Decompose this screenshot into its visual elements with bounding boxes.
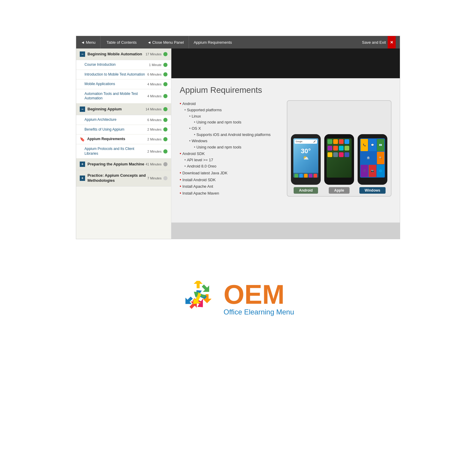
- main-container: ◄ Menu Table of Contents ◄ Close Menu Pa…: [76, 36, 400, 239]
- section-collapse-icon: −: [80, 51, 85, 57]
- bullet-linux: Linux: [192, 114, 201, 118]
- sidebar-section-beginning-mobile[interactable]: − Beginning Mobile Automation 17 Minutes: [76, 48, 171, 60]
- section-title: Beginning Appium: [87, 107, 145, 112]
- section-expand-icon: +: [80, 162, 85, 167]
- section-minutes: 17 Minutes: [145, 52, 162, 56]
- bullet-windows: Windows: [192, 139, 207, 143]
- bullet-osx: OS X: [192, 126, 201, 131]
- item-dot: [163, 118, 167, 122]
- svg-marker-1: [200, 282, 212, 295]
- android-content: Google 🎤 30° ⛅: [293, 140, 318, 178]
- bullet-android-sdk: Android SDK: [182, 151, 205, 156]
- section-title: Beginning Mobile Automation: [87, 52, 145, 57]
- section-collapse-icon: −: [80, 107, 85, 112]
- item-dot: [163, 94, 167, 98]
- slide-main-title: Appium Requirements: [180, 85, 392, 95]
- svg-marker-4: [194, 281, 203, 288]
- section-title: Preparing the Appium Machine: [87, 162, 145, 167]
- save-exit-button[interactable]: Save and Exit ✕: [358, 36, 400, 48]
- oem-logo: OEM Office Elearning Menu: [182, 281, 294, 317]
- slide-title-bar: Appium Requirements: [189, 40, 358, 45]
- apple-label: Apple: [329, 187, 349, 194]
- content-area: − Beginning Mobile Automation 17 Minutes…: [76, 48, 400, 239]
- bullet-supported-platforms: Supported platforms: [187, 108, 222, 112]
- phones-illustration: Google 🎤 30° ⛅: [287, 100, 392, 197]
- phone-windows: 📞 💬 📧 🏛️ 🔍 �: [358, 134, 387, 194]
- android-search-bar: Google 🎤: [295, 140, 317, 144]
- apple-content: [327, 138, 352, 178]
- windows-screen: 📞 💬 📧 🏛️ 🔍 �: [360, 138, 385, 178]
- phone-apple: Apple: [324, 134, 354, 194]
- section-progress-dot: [163, 52, 167, 56]
- windows-content: 📞 💬 📧 🏛️ 🔍 �: [360, 138, 385, 178]
- android-label: Android: [294, 187, 318, 194]
- slide-content: Appium Requirements •Android •Supported …: [171, 78, 400, 223]
- close-x-button[interactable]: ✕: [388, 36, 396, 48]
- item-dot: [163, 137, 167, 141]
- section-progress-dot: [163, 176, 167, 180]
- bullet-android: Android: [182, 101, 196, 106]
- phone-apple-body: [324, 134, 354, 185]
- slide-inner: Appium Requirements •Android •Supported …: [171, 78, 400, 223]
- section-expand-icon: +: [80, 176, 85, 181]
- bullet-ios-android-support: Supports iOS and Android testing platfor…: [196, 132, 270, 137]
- android-screen: Google 🎤 30° ⛅: [293, 138, 318, 178]
- bullet-node-npm-1: Using node and npm tools: [196, 120, 241, 124]
- sidebar-section-preparing-appium[interactable]: + Preparing the Appium Machine 41 Minute…: [76, 159, 171, 170]
- section-minutes: 7 Minutes: [147, 176, 162, 180]
- sidebar-item-appium-protocols[interactable]: Appium Protocols and Its Client Librarie…: [76, 144, 171, 159]
- sidebar-item-mobile-apps[interactable]: Mobile Applications 4 Minutes: [76, 79, 171, 89]
- bullet-api-level: API level >= 17: [187, 158, 213, 162]
- bottom-logo-area: OEM Office Elearning Menu: [0, 239, 476, 358]
- item-dot: [163, 149, 167, 154]
- slide-bottom-bar: [171, 223, 400, 239]
- sidebar-item-course-intro[interactable]: Course Introduction 1 Minute: [76, 60, 171, 70]
- slide-body: •Android •Supported platforms •Linux •Us…: [180, 100, 392, 197]
- item-dot: [163, 72, 167, 76]
- sidebar-item-automation-tools[interactable]: Automation Tools and Mobile Test Automat…: [76, 89, 171, 104]
- item-dot: [163, 63, 167, 67]
- windows-label: Windows: [359, 187, 386, 194]
- sidebar-section-beginning-appium[interactable]: − Beginning Appium 14 Minutes: [76, 104, 171, 115]
- bullet-android-oreo: Android 8.0 Oreo: [187, 164, 216, 168]
- top-bar: ◄ Menu Table of Contents ◄ Close Menu Pa…: [76, 36, 400, 48]
- oem-arrows-icon: [182, 281, 217, 317]
- bookmark-icon: 🔖: [80, 137, 85, 142]
- sidebar-item-intro-mobile[interactable]: Introduction to Mobile Test Automation 6…: [76, 70, 171, 80]
- bullet-install-apache-maven: Install Apache Maven: [182, 191, 219, 195]
- oem-text: OEM Office Elearning Menu: [223, 281, 294, 316]
- bullet-node-npm-2: Using node and npm tools: [196, 145, 241, 149]
- item-dot: [163, 127, 167, 131]
- android-dock: [293, 173, 318, 178]
- slide-top-black: [171, 48, 400, 78]
- phone-android: Google 🎤 30° ⛅: [291, 134, 321, 194]
- sidebar: − Beginning Mobile Automation 17 Minutes…: [76, 48, 171, 239]
- oem-tagline: Office Elearning Menu: [223, 308, 294, 316]
- sidebar-item-benefits-appium[interactable]: Benefits of Using Appium 2 Minutes: [76, 125, 171, 135]
- phone-android-body: Google 🎤 30° ⛅: [291, 134, 321, 185]
- sidebar-item-appium-requirements[interactable]: 🔖 Appium Requirements 2 Minutes: [76, 134, 171, 144]
- toc-button[interactable]: Table of Contents: [101, 36, 143, 48]
- section-minutes: 41 Minutes: [145, 162, 162, 166]
- android-weather: 30° ⛅: [293, 145, 318, 162]
- section-minutes: 14 Minutes: [145, 107, 162, 111]
- top-white-space: [0, 0, 476, 36]
- section-title: Practice: Appium Concepts and Methodolog…: [87, 173, 147, 183]
- close-panel-button[interactable]: ◄ Close Menu Panel: [143, 36, 189, 48]
- slide-text-content: •Android •Supported platforms •Linux •Us…: [180, 100, 282, 197]
- phone-windows-body: 📞 💬 📧 🏛️ 🔍 �: [358, 134, 387, 185]
- bullet-java-jdk: Download latest Java JDK: [182, 171, 228, 175]
- bullet-install-apache-ant: Install Apache Ant: [182, 184, 213, 189]
- section-progress-dot: [163, 107, 167, 111]
- sidebar-item-appium-architecture[interactable]: Appium Architecture 6 Minutes: [76, 115, 171, 125]
- oem-letters: OEM: [223, 281, 294, 308]
- item-dot: [163, 82, 167, 86]
- menu-button[interactable]: ◄ Menu: [76, 36, 101, 48]
- sidebar-section-practice-appium[interactable]: + Practice: Appium Concepts and Methodol…: [76, 170, 171, 187]
- apple-screen: [327, 138, 352, 178]
- slide-area: Appium Requirements •Android •Supported …: [171, 48, 400, 239]
- section-progress-dot: [163, 162, 167, 166]
- bullet-install-android-sdk: Install Android SDK: [182, 178, 216, 182]
